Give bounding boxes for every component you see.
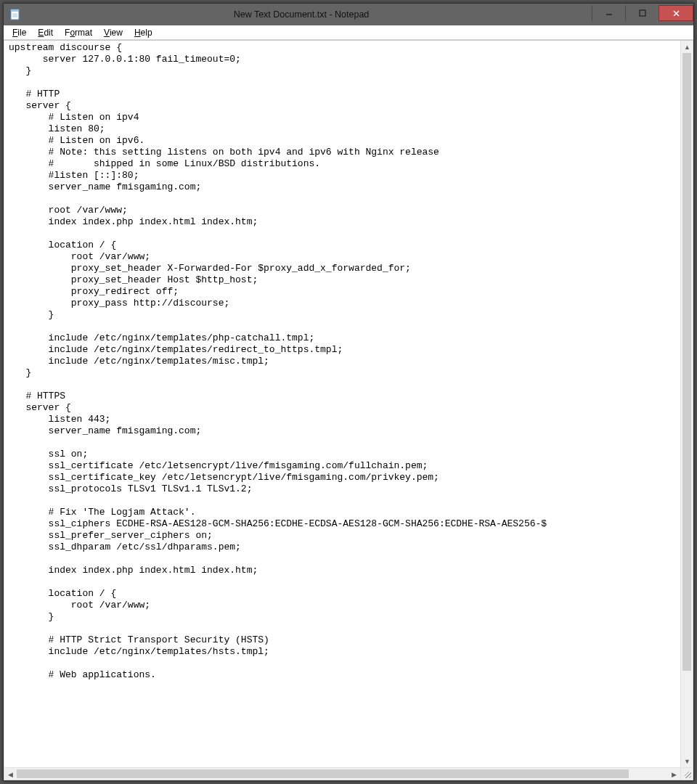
hscroll-thumb[interactable] xyxy=(17,769,629,778)
notepad-icon xyxy=(9,9,21,20)
vertical-scrollbar[interactable]: ▲ ▼ xyxy=(680,41,693,767)
scroll-left-icon[interactable]: ◀ xyxy=(4,768,17,780)
hscroll-track[interactable] xyxy=(17,768,668,780)
menu-file[interactable]: File xyxy=(7,27,32,38)
menu-help[interactable]: Help xyxy=(129,27,158,38)
editor-container: upstream discourse { server 127.0.0.1:80… xyxy=(4,41,693,780)
notepad-window: New Text Document.txt - Notepad File Edi… xyxy=(3,3,694,781)
menubar: File Edit Format View Help xyxy=(4,25,693,40)
scroll-down-icon[interactable]: ▼ xyxy=(681,755,693,767)
horizontal-scrollbar[interactable]: ◀ ▶ xyxy=(4,767,680,780)
vscroll-track[interactable] xyxy=(681,53,693,755)
menu-view[interactable]: View xyxy=(98,27,129,38)
maximize-button[interactable] xyxy=(625,5,659,21)
resize-grip-icon[interactable] xyxy=(680,767,693,780)
menu-edit[interactable]: Edit xyxy=(32,27,59,38)
client-area: upstream discourse { server 127.0.0.1:80… xyxy=(4,40,693,780)
vscroll-thumb[interactable] xyxy=(682,53,691,671)
svg-rect-1 xyxy=(11,9,19,12)
svg-rect-6 xyxy=(640,10,645,16)
window-title: New Text Document.txt - Notepad xyxy=(25,9,592,20)
scroll-up-icon[interactable]: ▲ xyxy=(681,41,693,53)
close-button[interactable] xyxy=(659,5,693,21)
scroll-right-icon[interactable]: ▶ xyxy=(668,768,680,780)
menu-format[interactable]: Format xyxy=(59,27,98,38)
text-editor[interactable]: upstream discourse { server 127.0.0.1:80… xyxy=(4,41,680,767)
window-controls xyxy=(592,5,693,21)
titlebar[interactable]: New Text Document.txt - Notepad xyxy=(4,4,693,25)
minimize-button[interactable] xyxy=(592,5,625,21)
